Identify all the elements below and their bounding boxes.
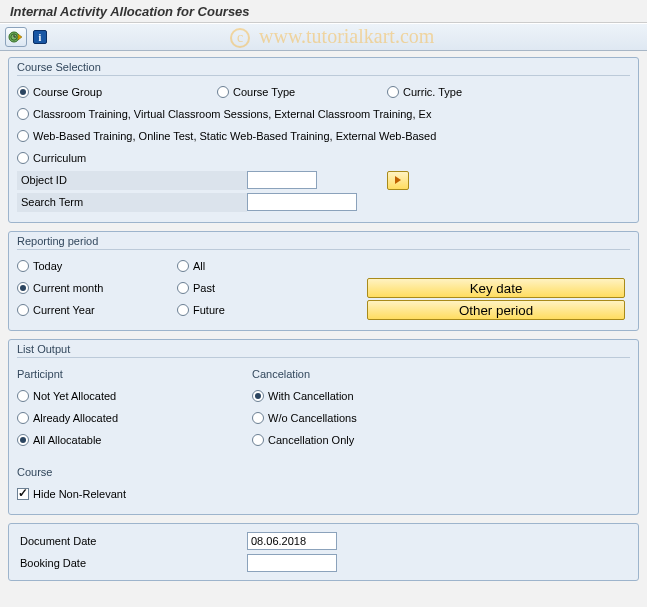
info-icon: i <box>33 30 47 44</box>
radio-label: Today <box>33 260 62 272</box>
input-booking-date[interactable] <box>247 554 337 572</box>
page-title: Internal Activity Allocation for Courses <box>10 4 637 19</box>
group-reporting-period: Reporting period Today Current month Cur… <box>8 231 639 331</box>
input-document-date[interactable] <box>247 532 337 550</box>
radio-cancellation-only[interactable]: Cancellation Only <box>252 434 354 446</box>
info-button[interactable]: i <box>31 27 49 47</box>
radio-curriculum[interactable]: Curriculum <box>17 152 86 164</box>
radio-label: All Allocatable <box>33 434 102 446</box>
radio-label: All <box>193 260 205 272</box>
legend-course-selection: Course Selection <box>17 61 630 76</box>
execute-button[interactable] <box>5 27 27 47</box>
radio-curric-type[interactable]: Curric. Type <box>387 86 462 98</box>
radio-label: Current month <box>33 282 103 294</box>
radio-label: Course Type <box>233 86 295 98</box>
radio-label: Future <box>193 304 225 316</box>
radio-current-year[interactable]: Current Year <box>17 304 95 316</box>
radio-course-group[interactable]: Course Group <box>17 86 217 98</box>
label-search-term: Search Term <box>17 193 247 212</box>
radio-wo-cancellations[interactable]: W/o Cancellations <box>252 412 357 424</box>
radio-today[interactable]: Today <box>17 260 62 272</box>
radio-label: Already Allocated <box>33 412 118 424</box>
subheader-cancellation: Cancelation <box>252 365 512 383</box>
arrow-right-icon <box>395 176 401 184</box>
radio-course-type[interactable]: Course Type <box>217 86 387 98</box>
radio-label: Past <box>193 282 215 294</box>
radio-future[interactable]: Future <box>177 304 225 316</box>
button-label: Key date <box>470 281 523 296</box>
button-label: Other period <box>459 303 533 318</box>
radio-label: Course Group <box>33 86 102 98</box>
radio-all[interactable]: All <box>177 260 205 272</box>
content-area: Course Selection Course Group Course Typ… <box>0 51 647 599</box>
title-bar: Internal Activity Allocation for Courses <box>0 0 647 23</box>
subheader-course: Course <box>17 463 630 481</box>
label-document-date: Document Date <box>17 532 247 551</box>
checkbox-hide-non-relevant[interactable]: Hide Non-Relevant <box>17 488 126 500</box>
radio-label: W/o Cancellations <box>268 412 357 424</box>
other-period-button[interactable]: Other period <box>367 300 625 320</box>
radio-with-cancellation[interactable]: With Cancellation <box>252 390 354 402</box>
radio-label: Cancellation Only <box>268 434 354 446</box>
radio-already-allocated[interactable]: Already Allocated <box>17 412 118 424</box>
checkbox-label: Hide Non-Relevant <box>33 488 126 500</box>
radio-label: Current Year <box>33 304 95 316</box>
group-course-selection: Course Selection Course Group Course Typ… <box>8 57 639 223</box>
radio-all-allocatable[interactable]: All Allocatable <box>17 434 102 446</box>
radio-not-yet-allocated[interactable]: Not Yet Allocated <box>17 390 116 402</box>
legend-reporting: Reporting period <box>17 235 630 250</box>
key-date-button[interactable]: Key date <box>367 278 625 298</box>
input-object-id[interactable] <box>247 171 317 189</box>
radio-label: Not Yet Allocated <box>33 390 116 402</box>
radio-label: Web-Based Training, Online Test, Static … <box>33 130 436 142</box>
radio-current-month[interactable]: Current month <box>17 282 103 294</box>
multiple-selection-button[interactable] <box>387 171 409 190</box>
toolbar: i <box>0 23 647 51</box>
group-dates: Document Date Booking Date <box>8 523 639 581</box>
legend-list-output: List Output <box>17 343 630 358</box>
label-booking-date: Booking Date <box>17 554 247 573</box>
radio-web-based[interactable]: Web-Based Training, Online Test, Static … <box>17 130 436 142</box>
radio-classroom[interactable]: Classroom Training, Virtual Classroom Se… <box>17 108 431 120</box>
input-search-term[interactable] <box>247 193 357 211</box>
radio-label: With Cancellation <box>268 390 354 402</box>
radio-label: Curriculum <box>33 152 86 164</box>
radio-label: Curric. Type <box>403 86 462 98</box>
group-list-output: List Output Participnt Not Yet Allocated… <box>8 339 639 515</box>
label-object-id: Object ID <box>17 171 247 190</box>
radio-label: Classroom Training, Virtual Classroom Se… <box>33 108 431 120</box>
execute-icon <box>8 29 24 45</box>
radio-past[interactable]: Past <box>177 282 215 294</box>
subheader-participant: Participnt <box>17 365 252 383</box>
